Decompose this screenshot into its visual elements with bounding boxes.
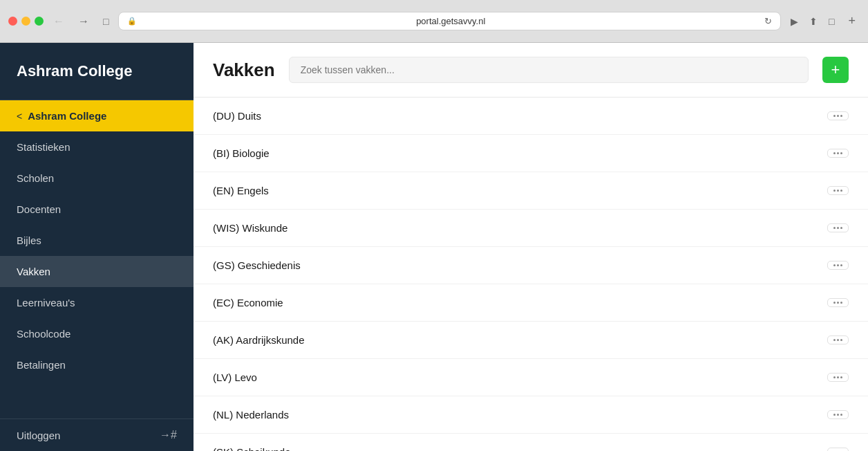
subject-name: (BI) Biologie — [213, 147, 270, 159]
subject-row[interactable]: (GS) Geschiedenis — [194, 247, 868, 284]
sidebar-item-vakken[interactable]: Vakken — [0, 256, 194, 287]
back-arrow-icon: < — [17, 111, 22, 122]
subject-name: (WIS) Wiskunde — [213, 222, 287, 234]
new-tab-button[interactable]: + — [844, 12, 860, 30]
tab-overview-button[interactable]: □ — [99, 13, 113, 30]
logout-label: Uitloggen — [17, 430, 60, 441]
subject-row[interactable]: (BI) Biologie — [194, 135, 868, 172]
sidebar-item-leerniveaus[interactable]: Leerniveau's — [0, 287, 194, 318]
sidebar-item-label: Docenten — [17, 203, 61, 215]
traffic-lights — [8, 17, 44, 26]
lock-icon: 🔒 — [127, 17, 137, 26]
subject-menu-button[interactable] — [827, 261, 849, 270]
subject-name: (AK) Aardrijkskunde — [213, 334, 305, 346]
maximize-window-button[interactable] — [35, 17, 44, 26]
extensions-button[interactable]: ▶ — [786, 13, 802, 30]
browser-chrome: ← → □ 🔒 portal.getsavvy.nl ↻ ▶ ⬆ □ + — [0, 0, 868, 43]
main-content: Vakken + (DU) Duits(BI) Biologie(EN) Eng… — [194, 43, 868, 451]
sidebar-item-label: Leerniveau's — [17, 297, 75, 309]
add-subject-button[interactable]: + — [822, 57, 849, 83]
close-window-button[interactable] — [8, 17, 17, 26]
sidebar-item-statistieken[interactable]: Statistieken — [0, 131, 194, 163]
subject-name: (NL) Nederlands — [213, 409, 289, 421]
toolbar-right: ▶ ⬆ □ — [786, 13, 838, 30]
sidebar-item-docenten[interactable]: Docenten — [0, 194, 194, 225]
page-title: Vakken — [213, 59, 275, 81]
sidebar-item-bijles[interactable]: Bijles — [0, 225, 194, 256]
sidebar-item-label: Scholen — [17, 172, 54, 184]
subject-row[interactable]: (WIS) Wiskunde — [194, 210, 868, 247]
sidebar-nav: Statistieken Scholen Docenten Bijles Vak… — [0, 131, 194, 418]
subject-row[interactable]: (DU) Duits — [194, 98, 868, 135]
logout-icon: →# — [160, 429, 177, 441]
subject-menu-button[interactable] — [827, 223, 849, 232]
search-input[interactable] — [289, 57, 809, 83]
subject-menu-button[interactable] — [827, 410, 849, 419]
subject-row[interactable]: (EN) Engels — [194, 172, 868, 210]
sidebar-item-label: Betalingen — [17, 359, 66, 371]
back-button[interactable]: ← — [49, 12, 68, 30]
sidebar-item-label: Schoolcode — [17, 328, 70, 340]
forward-button[interactable]: → — [74, 12, 93, 30]
subject-menu-button[interactable] — [827, 298, 849, 307]
sidebar-header: Ashram College — [0, 43, 194, 100]
reload-button[interactable]: ↻ — [764, 16, 772, 26]
subject-name: (SK) Scheikunde — [213, 446, 291, 451]
url-display: portal.getsavvy.nl — [141, 16, 760, 26]
subject-row[interactable]: (AK) Aardrijkskunde — [194, 322, 868, 359]
subject-menu-button[interactable] — [827, 448, 849, 451]
subject-name: (GS) Geschiedenis — [213, 259, 301, 271]
share-button[interactable]: ⬆ — [805, 13, 822, 30]
minimize-window-button[interactable] — [21, 17, 30, 26]
subject-menu-button[interactable] — [827, 335, 849, 344]
sidebar: Ashram College < Ashram College Statisti… — [0, 43, 194, 451]
subjects-list: (DU) Duits(BI) Biologie(EN) Engels(WIS) … — [194, 98, 868, 451]
app-container: Ashram College < Ashram College Statisti… — [0, 43, 868, 451]
sidebar-item-scholen[interactable]: Scholen — [0, 163, 194, 194]
subject-menu-button[interactable] — [827, 373, 849, 382]
sidebar-item-label: Statistieken — [17, 141, 70, 153]
sidebar-title: Ashram College — [17, 62, 177, 80]
subject-menu-button[interactable] — [827, 186, 849, 195]
tabs-button[interactable]: □ — [824, 13, 838, 30]
subject-row[interactable]: (LV) Levo — [194, 359, 868, 396]
subject-name: (EC) Economie — [213, 297, 283, 309]
address-bar: 🔒 portal.getsavvy.nl ↻ — [118, 12, 781, 30]
subject-row[interactable]: (SK) Scheikunde — [194, 434, 868, 451]
sidebar-back-label: Ashram College — [28, 110, 106, 122]
main-header: Vakken + — [194, 43, 868, 98]
subject-menu-button[interactable] — [827, 149, 849, 158]
sidebar-item-schoolcode[interactable]: Schoolcode — [0, 318, 194, 349]
subject-row[interactable]: (NL) Nederlands — [194, 396, 868, 434]
sidebar-item-label: Vakken — [17, 266, 50, 277]
subject-name: (EN) Engels — [213, 185, 269, 196]
sidebar-logout-item[interactable]: Uitloggen →# — [0, 418, 194, 451]
subject-menu-button[interactable] — [827, 111, 849, 120]
sidebar-item-label: Bijles — [17, 234, 41, 246]
subject-row[interactable]: (EC) Economie — [194, 284, 868, 322]
subject-name: (LV) Levo — [213, 371, 257, 383]
subject-name: (DU) Duits — [213, 110, 261, 122]
sidebar-back-item[interactable]: < Ashram College — [0, 100, 194, 131]
sidebar-item-betalingen[interactable]: Betalingen — [0, 349, 194, 380]
